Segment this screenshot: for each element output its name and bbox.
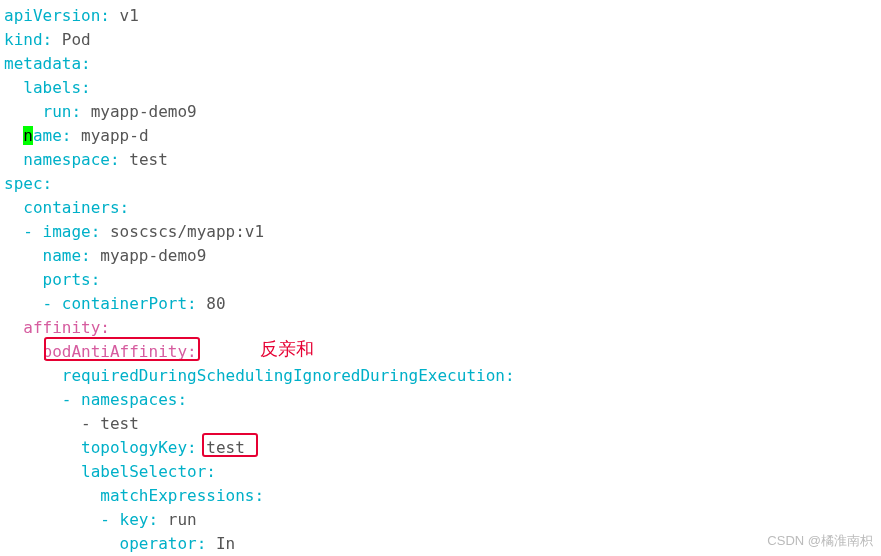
yaml-line: operator: In	[4, 532, 877, 556]
yaml-line: kind: Pod	[4, 28, 877, 52]
yaml-key-affinity: affinity	[4, 318, 100, 337]
yaml-list-item: - test	[4, 414, 139, 433]
yaml-line: namespace: test	[4, 148, 877, 172]
highlight-box-podantiaffinity	[44, 337, 200, 361]
yaml-key: ame	[33, 126, 62, 145]
yaml-value: test	[120, 150, 168, 169]
yaml-line: apiVersion: v1	[4, 4, 877, 28]
yaml-key: metadata	[4, 54, 81, 73]
yaml-key: operator	[4, 534, 197, 553]
yaml-key: - containerPort	[4, 294, 187, 313]
yaml-key: spec	[4, 174, 43, 193]
yaml-line: ports:	[4, 268, 877, 292]
annotation-text: 反亲和	[260, 336, 314, 363]
yaml-key: matchExpressions	[4, 486, 254, 505]
yaml-line: matchExpressions:	[4, 484, 877, 508]
yaml-line: - test	[4, 412, 877, 436]
yaml-line: - key: run	[4, 508, 877, 532]
yaml-value: In	[206, 534, 235, 553]
yaml-key: ports	[4, 270, 91, 289]
yaml-value: soscscs/myapp:v1	[100, 222, 264, 241]
yaml-line: metadata:	[4, 52, 877, 76]
yaml-value: run	[158, 510, 197, 529]
yaml-line: - containerPort: 80	[4, 292, 877, 316]
yaml-line: containers:	[4, 196, 877, 220]
yaml-value: v1	[110, 6, 139, 25]
highlighted-char: n	[23, 126, 33, 145]
yaml-key: labels	[4, 78, 81, 97]
yaml-key: labelSelector	[4, 462, 206, 481]
yaml-key: - namespaces	[4, 390, 177, 409]
yaml-line: - image: soscscs/myapp:v1	[4, 220, 877, 244]
yaml-value: Pod	[52, 30, 91, 49]
yaml-key: - key	[4, 510, 149, 529]
yaml-value: myapp-d	[71, 126, 148, 145]
yaml-key: run	[4, 102, 71, 121]
yaml-value: myapp-demo9	[81, 102, 197, 121]
yaml-key: - image	[4, 222, 91, 241]
yaml-key: apiVersion	[4, 6, 100, 25]
yaml-line: spec:	[4, 172, 877, 196]
yaml-value: 80	[197, 294, 226, 313]
yaml-key: topologyKey	[4, 438, 187, 457]
yaml-key: requiredDuringSchedulingIgnoredDuringExe…	[4, 366, 505, 385]
indent	[4, 126, 23, 145]
yaml-line: name: myapp-demo9	[4, 244, 877, 268]
yaml-line: labels:	[4, 76, 877, 100]
yaml-key: namespace	[4, 150, 110, 169]
yaml-line: labelSelector:	[4, 460, 877, 484]
highlight-box-topologykey-value	[202, 433, 258, 457]
yaml-line: name: myapp-d	[4, 124, 877, 148]
yaml-key: containers	[4, 198, 120, 217]
yaml-value: myapp-demo9	[91, 246, 207, 265]
yaml-key: kind	[4, 30, 43, 49]
yaml-line: - namespaces:	[4, 388, 877, 412]
yaml-line: requiredDuringSchedulingIgnoredDuringExe…	[4, 364, 877, 388]
yaml-line: topologyKey: test	[4, 436, 877, 460]
yaml-line: run: myapp-demo9	[4, 100, 877, 124]
yaml-key: name	[4, 246, 81, 265]
watermark-text: CSDN @橘淮南枳	[767, 531, 873, 551]
